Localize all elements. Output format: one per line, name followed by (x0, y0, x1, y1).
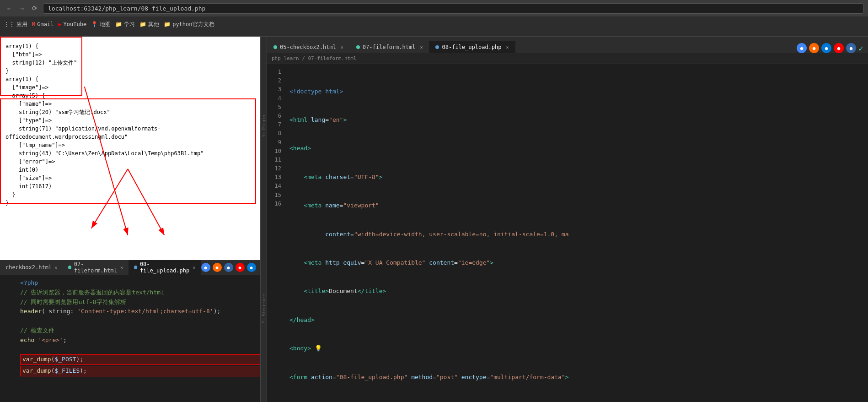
code-line-2: <html lang="en"> (289, 115, 868, 125)
structure-label[interactable]: Z: Structure (262, 294, 266, 324)
bookmark-maps[interactable]: 📍 地图 (91, 21, 111, 28)
php-code-area: <?php // 告诉浏览器，当前服务器返回的内容是text/html // 同… (0, 275, 260, 402)
bookmark-python-label: python官方文档 (172, 21, 214, 28)
tab-dot-fileform (356, 45, 360, 49)
browser-chrome: ← → ⟳ localhost:63342/php_learn/08-file_… (0, 0, 868, 37)
edge-icon-top: ● (821, 43, 831, 53)
bookmark-python[interactable]: 📁 python官方文档 (164, 21, 214, 28)
back-button[interactable]: ← (5, 4, 14, 13)
bookmark-apps[interactable]: ⋮⋮ 应用 (4, 21, 27, 28)
code-line-5: <meta name="viewport" (289, 201, 868, 211)
php-editor: checkbox2.html × 07-fileform.html × 08-f… (0, 260, 260, 402)
line-num-10: 10 (267, 147, 284, 156)
line-num-11: 11 (267, 156, 284, 164)
tab-php-label: 08-file_upload.php (140, 261, 190, 274)
line-num-4: 4 (267, 94, 284, 103)
line-num-5: 5 (267, 103, 284, 112)
bookmark-apps-label: 应用 (16, 21, 27, 28)
editor-tab-checkbox2-close[interactable]: × (341, 45, 343, 50)
code-line-4: <meta charset="UTF-8"> (289, 173, 868, 182)
php-code-content: <?php // 告诉浏览器，当前服务器返回的内容是text/html // 同… (18, 275, 260, 402)
editor-tab-fileform-label: 07-fileform.html (363, 44, 416, 50)
editor-tabs-top: 05-checkbox2.html × 07-fileform.html × 0… (267, 37, 868, 53)
opera-icon-top: ● (834, 43, 844, 53)
right-panel: 05-checkbox2.html × 07-fileform.html × 0… (267, 37, 868, 402)
refresh-button[interactable]: ⟳ (30, 4, 39, 13)
php-line-8 (20, 345, 260, 355)
line-num-14: 14 (267, 182, 284, 190)
php-line-10: var_dump($_FILES); (20, 366, 260, 376)
php-line-5 (20, 316, 260, 326)
editor-tab-checkbox2[interactable]: 05-checkbox2.html × (267, 41, 350, 53)
code-line-3: <head> (289, 144, 868, 153)
forward-button[interactable]: → (17, 4, 27, 13)
tab-checkbox2[interactable]: checkbox2.html × (0, 262, 63, 272)
chrome-icon: ● (201, 263, 210, 272)
opera-icon: ● (236, 263, 245, 272)
code-line-7: <meta http-equiv="X-UA-Compatible" conte… (289, 258, 868, 268)
gmail-icon: M (32, 21, 35, 27)
line-num-8: 8 (267, 129, 284, 138)
red-box-image (0, 98, 256, 204)
tab-fileform[interactable]: 07-fileform.html × (63, 259, 129, 276)
code-line-9: </head> (289, 315, 868, 325)
line-num-12: 12 (267, 164, 284, 173)
tab-php-dot (134, 266, 137, 269)
editor-tab-fileform-close[interactable]: × (420, 45, 423, 50)
editor-tab-upload-close[interactable]: × (506, 45, 509, 50)
tab-dot-upload (435, 45, 439, 49)
editor-tab-fileform[interactable]: 07-fileform.html × (350, 41, 429, 53)
tab-checkbox2-close[interactable]: × (54, 265, 57, 270)
code-content: <!doctype html> <html lang="en"> <head> … (288, 64, 868, 402)
red-box-btn (0, 37, 82, 96)
tab-file-upload-php[interactable]: 08-file_upload.php × (129, 259, 201, 276)
line-num-2: 2 (267, 76, 284, 85)
tab-php-close[interactable]: × (193, 265, 196, 270)
breadcrumb: php_learn / 07-fileform.html (267, 53, 868, 64)
editor-tab-checkbox2-label: 05-checkbox2.html (280, 44, 336, 50)
line-num-16: 16 (267, 200, 284, 208)
address-bar[interactable]: localhost:63342/php_learn/08-file_upload… (43, 3, 863, 14)
code-line-8: <title>Document</title> (289, 287, 868, 296)
php-line-4: header( string: 'Content-type:text/html;… (20, 307, 260, 316)
line-num-1: 1 (267, 68, 284, 76)
ie-icon-top: ● (846, 43, 856, 53)
main-layout: array(1) { ["btn"]=> string(12) "上传文件" }… (0, 37, 868, 402)
code-line-11: <form action="08-file_upload.php" method… (289, 373, 868, 382)
tab-fileform-dot (68, 266, 71, 269)
code-line-10: <body> 💡 (289, 344, 868, 353)
maps-icon: 📍 (91, 21, 98, 27)
plugin-label[interactable]: 1: Plugin (262, 115, 266, 137)
bookmark-gmail[interactable]: M Gmail (32, 21, 54, 27)
browser-output: array(1) { ["btn"]=> string(12) "上传文件" }… (0, 37, 260, 260)
ie-icon: ● (224, 263, 233, 272)
bookmarks-bar: ⋮⋮ 应用 M Gmail ▶ YouTube 📍 地图 📁 学习 📁 其他 📁… (0, 16, 868, 32)
bookmark-maps-label: 地图 (100, 21, 111, 28)
youtube-icon: ▶ (58, 21, 61, 27)
line-numbers: 1 2 3 4 5 6 7 8 9 10 11 12 13 14 15 16 (267, 64, 288, 402)
php-line-3: // 同时需要浏览器用utf-8字符集解析 (20, 298, 260, 307)
line-num-9: 9 (267, 138, 284, 147)
breadcrumb-text: php_learn / 07-fileform.html (272, 55, 356, 61)
side-activity-bar: 1: Plugin Z: Structure (261, 37, 267, 402)
php-line-2: // 告诉浏览器，当前服务器返回的内容是text/html (20, 288, 260, 298)
line-num-15: 15 (267, 191, 284, 200)
editor-tab-upload[interactable]: 08-file_upload.php × (429, 41, 515, 53)
bookmark-gmail-label: Gmail (37, 21, 54, 27)
bookmark-study[interactable]: 📁 学习 (115, 21, 135, 28)
code-area: 1 2 3 4 5 6 7 8 9 10 11 12 13 14 15 16 <… (267, 64, 868, 402)
bookmark-other-label: 其他 (148, 21, 159, 28)
folder-other-icon: 📁 (139, 21, 146, 27)
bookmark-youtube[interactable]: ▶ YouTube (58, 21, 86, 27)
bookmark-other[interactable]: 📁 其他 (139, 21, 159, 28)
line-num-3: 3 (267, 85, 284, 94)
browser-icons-bottom: ● ● ● ● ● (201, 263, 261, 272)
php-line-1: <?php (20, 278, 260, 288)
left-container: array(1) { ["btn"]=> string(12) "上传文件" }… (0, 37, 261, 402)
php-line-9: var_dump($_POST); (20, 354, 260, 365)
tab-fileform-close[interactable]: × (120, 265, 123, 270)
folder-icon: 📁 (115, 21, 122, 27)
php-line-numbers (0, 275, 18, 402)
firefox-icon: ● (213, 263, 222, 272)
editor-tab-upload-label: 08-file_upload.php (442, 44, 501, 50)
